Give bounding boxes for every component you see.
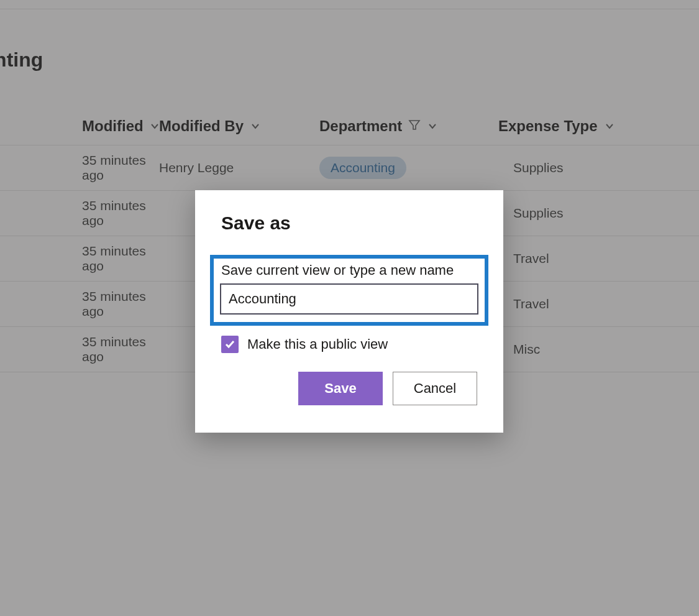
- view-name-label: Save current view or type a new name: [221, 262, 478, 278]
- view-name-input[interactable]: [220, 283, 478, 315]
- cancel-button[interactable]: Cancel: [393, 372, 477, 405]
- save-as-dialog: Save as Save current view or type a new …: [195, 190, 503, 433]
- public-view-row: Make this a public view: [221, 336, 477, 353]
- dialog-button-row: Save Cancel: [221, 372, 477, 405]
- public-view-label: Make this a public view: [247, 336, 388, 352]
- save-button[interactable]: Save: [298, 372, 383, 405]
- highlighted-region: Save current view or type a new name: [210, 255, 488, 326]
- dialog-title: Save as: [221, 213, 477, 234]
- public-view-checkbox[interactable]: [221, 336, 239, 353]
